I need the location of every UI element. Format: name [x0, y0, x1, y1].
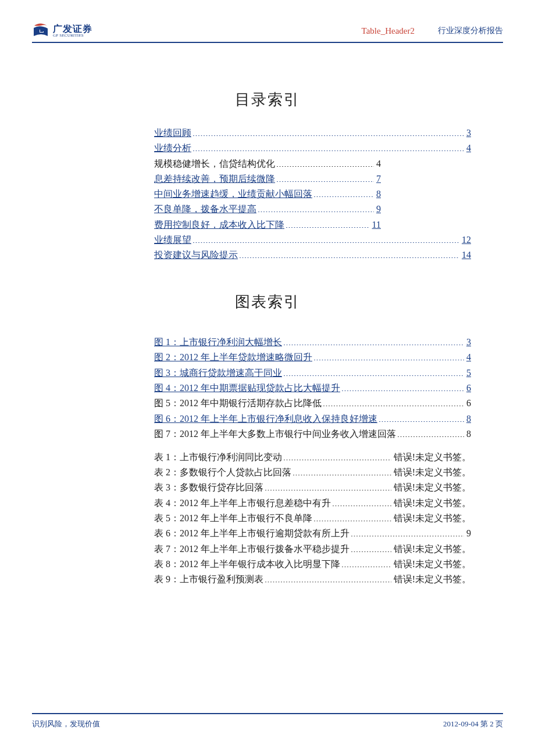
toc-dots	[275, 173, 374, 182]
toc-row[interactable]: 投资建议与风险提示14	[154, 248, 471, 263]
toc-label[interactable]: 图 4：2012 年中期票据贴现贷款占比大幅提升	[154, 381, 340, 396]
toc-row[interactable]: 图 6：2012 年上半年上市银行净利息收入保持良好增速8	[154, 412, 471, 427]
toc-label[interactable]: 图 1：上市银行净利润大幅增长	[154, 335, 282, 350]
footer-right: 2012-09-04 第 2 页	[443, 719, 503, 729]
toc-label[interactable]: 业绩展望	[154, 233, 191, 248]
toc-row: 表 2：多数银行个人贷款占比回落错误!未定义书签。	[154, 465, 471, 480]
toc-dots	[312, 351, 464, 360]
toc-label[interactable]: 中间业务增速趋缓，业绩贡献小幅回落	[154, 187, 312, 202]
toc-dots	[256, 203, 374, 212]
logo-text: 广发证券 GF SECURITIES	[53, 24, 92, 38]
toc-label[interactable]: 投资建议与风险提示	[154, 248, 238, 263]
toc-dots	[238, 249, 459, 258]
toc-label: 表 8：2012 年上半年银行成本收入比明显下降	[154, 557, 340, 572]
toc-label: 表 3：多数银行贷存比回落	[154, 481, 263, 495]
toc-row[interactable]: 图 2：2012 年上半年贷款增速略微回升4	[154, 350, 471, 365]
toc-row[interactable]: 业绩分析4	[154, 141, 471, 156]
logo-mark-icon	[32, 23, 49, 38]
toc-row[interactable]: 息差持续改善，预期后续微降7	[154, 172, 381, 187]
toc-dots	[349, 543, 391, 552]
tables-list: 表 1：上市银行净利润同比变动错误!未定义书签。表 2：多数银行个人贷款占比回落…	[32, 450, 503, 587]
header-category: 行业深度分析报告	[438, 26, 503, 36]
toc-page[interactable]: 11	[370, 218, 381, 232]
toc-label: 表 2：多数银行个人贷款占比回落	[154, 465, 291, 480]
toc-dots	[340, 382, 464, 391]
toc-row: 表 5：2012 年上半年上市银行不良单降错误!未定义书签。	[154, 511, 471, 526]
toc-row[interactable]: 图 3：城商行贷款增速高于同业5	[154, 366, 471, 381]
toc-page[interactable]: 6	[464, 381, 471, 396]
toc-page[interactable]: 7	[374, 172, 381, 187]
toc-label[interactable]: 图 3：城商行贷款增速高于同业	[154, 366, 282, 381]
toc-row: 表 4：2012 年上半年上市银行息差稳中有升错误!未定义书签。	[154, 496, 471, 511]
toc-label: 表 5：2012 年上半年上市银行不良单降	[154, 511, 312, 526]
toc-dots	[340, 558, 391, 567]
toc-row: 表 7：2012 年上半年上市银行拨备水平稳步提升错误!未定义书签。	[154, 542, 471, 557]
toc-label[interactable]: 费用控制良好，成本收入比下降	[154, 218, 284, 232]
toc-page[interactable]: 3	[464, 335, 471, 350]
toc-page: 4	[374, 157, 381, 171]
toc-page[interactable]: 14	[459, 248, 471, 263]
toc-row: 表 3：多数银行贷存比回落错误!未定义书签。	[154, 481, 471, 495]
toc-row: 表 1：上市银行净利润同比变动错误!未定义书签。	[154, 450, 471, 465]
toc-dots	[275, 157, 374, 167]
header-right: Table_Header2 行业深度分析报告	[362, 26, 503, 36]
toc-page: 错误!未定义书签。	[391, 496, 471, 511]
toc-label[interactable]: 图 6：2012 年上半年上市银行净利息收入保持良好增速	[154, 412, 377, 427]
toc-dots	[349, 527, 464, 536]
toc-row[interactable]: 中间业务增速趋缓，业绩贡献小幅回落8	[154, 187, 381, 202]
toc-page[interactable]: 8	[374, 187, 381, 202]
toc-dots	[312, 188, 374, 197]
toc-dots	[191, 142, 464, 151]
toc-label: 表 6：2012 年上半年上市银行逾期贷款有所上升	[154, 526, 349, 541]
toc-page[interactable]: 9	[374, 202, 381, 217]
toc-dots	[191, 234, 459, 243]
toc-page: 错误!未定义书签。	[391, 542, 471, 557]
content: 目录索引 业绩回顾3业绩分析4 规模稳健增长，信贷结构优化4息差持续改善，预期后…	[32, 89, 503, 587]
toc-page[interactable]: 4	[464, 350, 471, 365]
toc-page: 9	[464, 526, 471, 541]
toc-dots	[282, 367, 464, 376]
header-bar: 广发证券 GF SECURITIES Table_Header2 行业深度分析报…	[32, 23, 503, 43]
toc-page[interactable]: 4	[464, 141, 471, 156]
toc-sub: 规模稳健增长，信贷结构优化4息差持续改善，预期后续微降7中间业务增速趋缓，业绩贡…	[32, 157, 503, 232]
toc-dots	[377, 413, 464, 422]
toc-page: 错误!未定义书签。	[391, 557, 471, 572]
toc-page[interactable]: 3	[464, 126, 471, 141]
toc-row: 表 6：2012 年上半年上市银行逾期贷款有所上升9	[154, 526, 471, 541]
toc-label[interactable]: 图 2：2012 年上半年贷款增速略微回升	[154, 350, 312, 365]
toc-label: 表 1：上市银行净利润同比变动	[154, 450, 282, 465]
toc-dots	[312, 512, 391, 521]
logo-en: GF SECURITIES	[53, 34, 92, 38]
toc-row[interactable]: 不良单降，拨备水平提高9	[154, 202, 381, 217]
toc-row[interactable]: 图 1：上市银行净利润大幅增长3	[154, 335, 471, 350]
toc-page[interactable]: 5	[464, 366, 471, 381]
toc-page: 错误!未定义书签。	[391, 511, 471, 526]
toc-row: 图 5：2012 年中期银行活期存款占比降低6	[154, 396, 471, 411]
toc-row[interactable]: 业绩回顾3	[154, 126, 471, 141]
toc-row[interactable]: 图 4：2012 年中期票据贴现贷款占比大幅提升6	[154, 381, 471, 396]
toc-dots	[331, 497, 391, 506]
toc-label[interactable]: 业绩回顾	[154, 126, 191, 141]
toc-label: 表 7：2012 年上半年上市银行拨备水平稳步提升	[154, 542, 349, 557]
toc-label[interactable]: 不良单降，拨备水平提高	[154, 202, 256, 217]
toc-row[interactable]: 费用控制良好，成本收入比下降11	[154, 218, 381, 232]
toc-dots	[396, 428, 464, 437]
figures-title: 图表索引	[32, 292, 503, 312]
toc-dots	[284, 218, 370, 228]
toc-row: 规模稳健增长，信贷结构优化4	[154, 157, 381, 171]
toc-page[interactable]: 8	[464, 412, 471, 427]
toc-label[interactable]: 息差持续改善，预期后续微降	[154, 172, 275, 187]
toc-page: 6	[464, 396, 471, 411]
toc-row: 表 9：上市银行盈利预测表错误!未定义书签。	[154, 572, 471, 587]
toc-page: 错误!未定义书签。	[391, 572, 471, 587]
toc-label[interactable]: 业绩分析	[154, 141, 191, 156]
toc-page: 8	[464, 427, 471, 442]
footer-left: 识别风险，发现价值	[32, 719, 100, 729]
toc-row[interactable]: 业绩展望12	[154, 233, 471, 248]
logo-cn: 广发证券	[53, 24, 92, 34]
page-root: 广发证券 GF SECURITIES Table_Header2 行业深度分析报…	[0, 0, 535, 756]
toc-label: 图 5：2012 年中期银行活期存款占比降低	[154, 396, 322, 411]
toc-dots	[263, 481, 391, 490]
toc-page[interactable]: 12	[459, 233, 471, 248]
footer-bar: 识别风险，发现价值 2012-09-04 第 2 页	[32, 713, 503, 729]
